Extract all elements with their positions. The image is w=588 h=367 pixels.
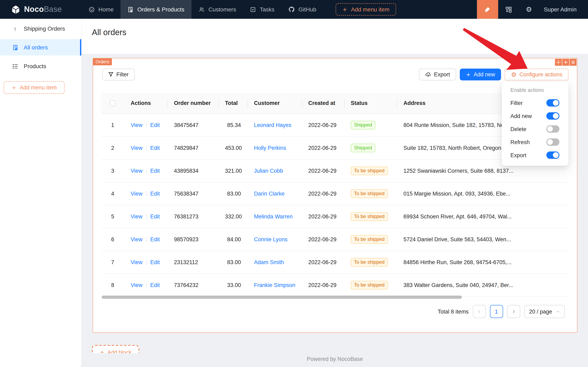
column-header-order-number: Order number [168, 93, 218, 114]
edit-link[interactable]: Edit [150, 145, 160, 151]
view-link[interactable]: View [131, 282, 143, 288]
row-actions-cell: ViewEdit [124, 251, 168, 274]
customer-link[interactable]: Leonard Hayes [254, 122, 291, 128]
column-header-status: Status [344, 93, 397, 114]
nav-item-orders-products[interactable]: Orders & Products [121, 0, 191, 19]
nav-item-github[interactable]: GitHub [281, 0, 323, 19]
chevron-right-icon [512, 309, 515, 314]
row-index-cell[interactable]: 1 [101, 114, 124, 136]
filter-button[interactable]: Filter [102, 69, 135, 80]
order-number-cell: 98570923 [168, 228, 218, 251]
address-cell: 383 Walter Gardens, Suite 040, 24947, Be… [397, 274, 569, 296]
nocobase-logo[interactable]: NocoBase [0, 5, 82, 14]
total-cell: 453.00 [218, 136, 247, 159]
plus-icon [466, 72, 471, 77]
view-link[interactable]: View [131, 236, 143, 242]
view-link[interactable]: View [131, 167, 143, 174]
configure-actions-button[interactable]: ⚙ Configure actions [505, 69, 568, 80]
view-link[interactable]: View [131, 191, 143, 197]
ui-editor-button[interactable] [477, 0, 498, 19]
customer-link[interactable]: Holly Perkins [254, 145, 286, 151]
address-cell: 5724 Daniel Drive, Suite 563, 54403, Wen… [397, 228, 569, 251]
column-header-total: Total [218, 93, 247, 114]
order-number-cell: 74829847 [168, 136, 218, 159]
row-actions-cell: ViewEdit [124, 136, 168, 159]
settings-gear-icon[interactable]: ⚙ [526, 6, 532, 13]
row-index-cell[interactable]: 3 [101, 159, 124, 182]
link-divider [146, 282, 147, 288]
row-index-cell[interactable]: 7 [101, 251, 124, 274]
order-number-cell: 43895834 [168, 159, 218, 182]
row-actions-cell: ViewEdit [124, 274, 168, 296]
customer-link[interactable]: Melinda Warren [254, 213, 293, 219]
edit-link[interactable]: Edit [150, 122, 160, 128]
edit-link[interactable]: Edit [150, 282, 160, 288]
filter-funnel-icon [108, 72, 114, 77]
add-new-label: Add new [474, 71, 495, 78]
export-button[interactable]: Export [419, 69, 456, 80]
nav-item-tasks[interactable]: Tasks [243, 0, 281, 19]
block-menu-icon[interactable] [570, 59, 577, 66]
toggle-switch[interactable] [546, 125, 559, 133]
pagination-page-1[interactable]: 1 [490, 305, 503, 318]
customer-link[interactable]: Darin Clarke [254, 191, 285, 197]
check-square-icon [250, 6, 256, 12]
sidebar-add-menu-item-button[interactable]: Add menu item [4, 81, 65, 94]
document-check-icon [12, 44, 18, 50]
toolbar-right: Export Add new ⚙ Configure actions [419, 69, 568, 80]
toggle-switch[interactable] [546, 112, 559, 120]
toggle-switch[interactable] [546, 138, 559, 146]
edit-link[interactable]: Edit [150, 236, 160, 242]
plus-icon [100, 350, 105, 353]
edit-link[interactable]: Edit [150, 191, 160, 197]
status-badge: To be shipped [351, 166, 388, 175]
add-block-button[interactable]: Add block [92, 345, 139, 353]
edit-link[interactable]: Edit [150, 259, 160, 265]
pagination-prev-button[interactable] [473, 305, 486, 318]
row-index-cell[interactable]: 5 [101, 205, 124, 228]
page-size-select[interactable]: 20 / page [524, 305, 565, 318]
edit-link[interactable]: Edit [150, 213, 160, 219]
navbar-right: ⚙ Super Admin [477, 0, 588, 19]
row-index-cell[interactable]: 6 [101, 228, 124, 251]
status-badge: To be shipped [351, 189, 388, 198]
user-menu[interactable]: Super Admin [544, 6, 577, 13]
customer-link[interactable]: Julian Cobb [254, 167, 283, 174]
view-link[interactable]: View [131, 122, 143, 128]
customer-link[interactable]: Connie Lyons [254, 236, 287, 242]
status-badge: To be shipped [351, 212, 388, 221]
customer-link[interactable]: Frankie Simpson [254, 282, 295, 288]
toggle-switch[interactable] [546, 99, 559, 107]
nav-item-customers[interactable]: Customers [191, 0, 243, 19]
view-link[interactable]: View [131, 259, 143, 265]
navbar-add-menu-item-button[interactable]: Add menu item [336, 3, 396, 16]
chevron-down-icon [556, 309, 560, 314]
sidebar-item-products[interactable]: Products [0, 58, 81, 74]
status-cell: To be shipped [344, 274, 397, 296]
sidebar-item-label: Shipping Orders [24, 25, 65, 32]
customer-link[interactable]: Adam Smith [254, 259, 284, 265]
sidebar-item-shipping-orders[interactable]: ↑ Shipping Orders [0, 20, 81, 37]
toggle-switch[interactable] [546, 151, 559, 159]
row-index-cell[interactable]: 2 [101, 136, 124, 159]
sidebar-item-all-orders[interactable]: All orders [0, 39, 81, 56]
nav-item-label: Customers [209, 6, 236, 13]
pagination-next-button[interactable] [507, 305, 520, 318]
block-add-icon[interactable] [562, 59, 569, 66]
view-link[interactable]: View [131, 213, 143, 219]
horizontal-scrollbar-thumb[interactable] [102, 296, 462, 299]
nav-item-home[interactable]: Home [82, 0, 121, 19]
row-index-cell[interactable]: 4 [101, 182, 124, 205]
select-all-checkbox[interactable] [110, 101, 116, 106]
edit-link[interactable]: Edit [150, 167, 160, 174]
customer-cell: Leonard Hayes [247, 114, 302, 136]
column-header-actions: Actions [124, 93, 168, 114]
total-cell: 85.34 [218, 114, 247, 136]
customer-cell: Connie Lyons [247, 228, 302, 251]
row-index-cell[interactable]: 8 [101, 274, 124, 296]
pagination-total: Total 8 items [438, 309, 469, 315]
plugin-manager-icon[interactable] [505, 6, 512, 13]
drag-handle-icon[interactable] [555, 59, 562, 66]
view-link[interactable]: View [131, 145, 143, 151]
add-new-button[interactable]: Add new [460, 69, 501, 80]
